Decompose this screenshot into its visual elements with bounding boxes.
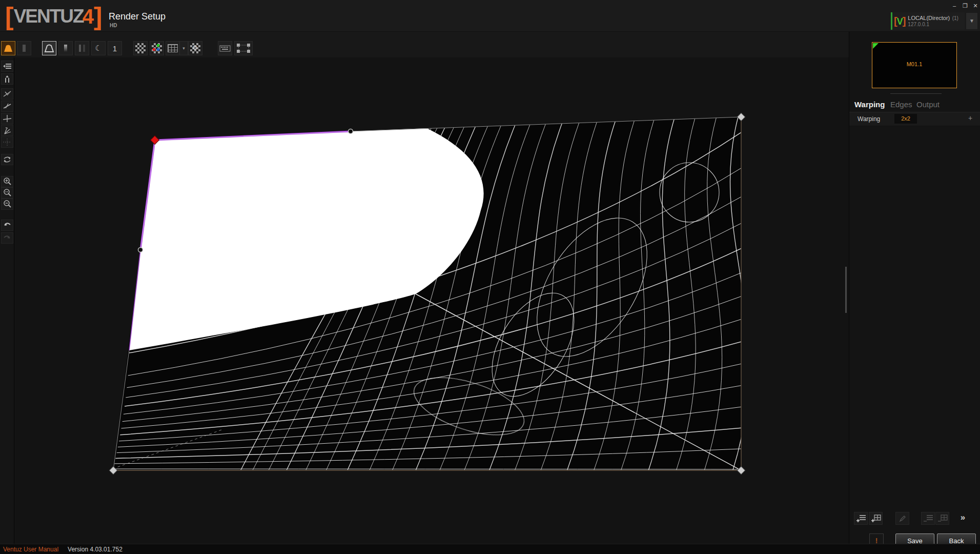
testpattern-color-button[interactable] — [150, 41, 164, 55]
session-selector[interactable]: [V] LOCAL(Director) (1) 127.0.0.1 — [891, 12, 965, 30]
session-logo-icon: [V] — [894, 16, 906, 27]
edit-point-button[interactable] — [895, 512, 909, 525]
bend-edge-button[interactable] — [1, 125, 13, 136]
session-dropdown-button[interactable]: ▼ — [966, 12, 978, 30]
tab-warping[interactable]: Warping — [854, 100, 885, 109]
warping-value-field[interactable]: 2x2 — [894, 114, 917, 124]
session-bracket-right: ] — [903, 15, 906, 27]
logo-text: VENTUZ — [14, 5, 84, 28]
display-number-button[interactable]: 1 — [108, 41, 122, 55]
add-row-icon — [856, 514, 866, 523]
redo-button[interactable] — [1, 232, 13, 244]
panel-splitter[interactable] — [845, 267, 847, 313]
corner-points-button[interactable] — [234, 41, 253, 55]
user-manual-link[interactable]: Ventuz User Manual — [3, 546, 58, 553]
redo-icon — [3, 234, 12, 242]
properties-panel: M01.1 Warping Edges Output Warping 2x2 +… — [849, 32, 980, 544]
swap-button[interactable] — [1, 154, 13, 165]
machine-label: M01.1 — [872, 61, 956, 67]
zoom-100-icon — [3, 188, 12, 197]
warp-canvas[interactable] — [14, 57, 849, 544]
projector-lamp-icon — [3, 44, 14, 53]
cut-column-button[interactable] — [1, 101, 13, 112]
ventuz-logo: [ VENTUZ 4 ] — [5, 3, 103, 30]
checkerboard-icon — [135, 43, 146, 53]
zoom-reset-button[interactable] — [1, 187, 13, 199]
rows-icon — [3, 63, 12, 70]
add-row-button[interactable] — [854, 512, 868, 525]
render-toolbar: ☾ 1 ▾ ⚙ — [0, 32, 849, 57]
cut-row-icon — [3, 90, 12, 98]
page-subtitle: HD — [110, 23, 117, 28]
minimize-button[interactable]: – — [950, 2, 959, 10]
display-mode-button[interactable] — [42, 41, 56, 55]
columns-icon — [3, 75, 12, 83]
warp-tools-sidebar — [0, 57, 14, 544]
cut-row-button[interactable] — [1, 88, 13, 100]
warp-mesh — [14, 57, 849, 544]
projector-bar-icon — [18, 44, 30, 53]
edge-handle-top-mid[interactable] — [349, 129, 353, 134]
undo-button[interactable] — [1, 220, 13, 231]
display-number-label: 1 — [113, 44, 117, 53]
logo-bracket-right: ] — [94, 5, 103, 28]
dotted-cross-button[interactable] — [1, 136, 13, 148]
session-name: LOCAL(Director) — [908, 15, 950, 21]
projector-off-button[interactable] — [17, 41, 31, 55]
split-bars-icon — [76, 44, 88, 53]
close-button[interactable]: ✕ — [971, 2, 980, 10]
add-point-icon — [3, 114, 12, 123]
add-warping-button[interactable]: + — [968, 114, 972, 122]
keyboard-button[interactable] — [218, 41, 232, 55]
zoom-in-icon — [3, 177, 12, 186]
machine-preview[interactable]: M01.1 — [872, 42, 957, 88]
dotted-cross-icon — [3, 138, 12, 146]
select-columns-button[interactable] — [1, 73, 13, 85]
title-bar: [ VENTUZ 4 ] Render Setup HD – ❐ ✕ [V] L… — [0, 0, 980, 32]
caret-down-icon: ▾ — [182, 46, 185, 51]
restore-button[interactable]: ❐ — [961, 2, 970, 10]
select-rows-button[interactable] — [1, 61, 13, 72]
projector-active-button[interactable] — [1, 41, 15, 55]
testpattern-settings-button[interactable]: ⚙ — [188, 41, 202, 55]
testpattern-grid-button[interactable] — [166, 41, 180, 55]
keyboard-icon — [219, 44, 231, 52]
add-point-button[interactable] — [1, 113, 13, 124]
gradient-bar-button[interactable] — [58, 41, 73, 55]
remove-row-icon — [923, 514, 933, 523]
status-bar: Ventuz User Manual Version 4.03.01.752 — [0, 544, 980, 554]
logo-number: 4 — [83, 5, 94, 28]
testpattern-checker-button[interactable] — [133, 41, 148, 55]
remove-column-button[interactable] — [935, 512, 949, 525]
night-mode-button[interactable]: ☾ — [91, 41, 106, 55]
version-label: Version 4.03.01.752 — [68, 546, 122, 553]
page-title: Render Setup — [109, 11, 166, 22]
checker-gear-icon: ⚙ — [190, 43, 200, 53]
session-status-bar — [891, 12, 892, 30]
corner-points-icon — [236, 43, 251, 54]
zoom-out-button[interactable] — [1, 199, 13, 210]
edge-handle-left-mid[interactable] — [138, 248, 143, 252]
zoom-out-icon — [3, 200, 12, 209]
split-bars-button[interactable] — [75, 41, 89, 55]
add-column-button[interactable] — [869, 512, 883, 525]
logo-bracket-left: [ — [5, 5, 14, 28]
moon-icon: ☾ — [95, 44, 101, 53]
cut-column-icon — [3, 102, 12, 110]
grid-pattern-icon — [168, 44, 178, 52]
session-count: (1) — [952, 15, 958, 21]
remove-row-button[interactable] — [921, 512, 935, 525]
tab-output[interactable]: Output — [916, 100, 940, 109]
warping-label: Warping — [858, 115, 880, 123]
zoom-in-button[interactable] — [1, 176, 13, 187]
add-column-icon — [871, 514, 881, 523]
panel-divider — [890, 93, 942, 94]
grid-pattern-dropdown[interactable]: ▾ — [180, 41, 188, 55]
tab-edges[interactable]: Edges — [890, 100, 912, 109]
pencil-icon — [899, 515, 907, 523]
remove-column-icon — [937, 514, 948, 523]
lamp-shade-icon — [44, 44, 55, 53]
session-address: 127.0.0.1 — [908, 22, 958, 28]
expand-panel-button[interactable]: » — [956, 511, 970, 524]
session-texts: LOCAL(Director) (1) 127.0.0.1 — [908, 14, 958, 28]
